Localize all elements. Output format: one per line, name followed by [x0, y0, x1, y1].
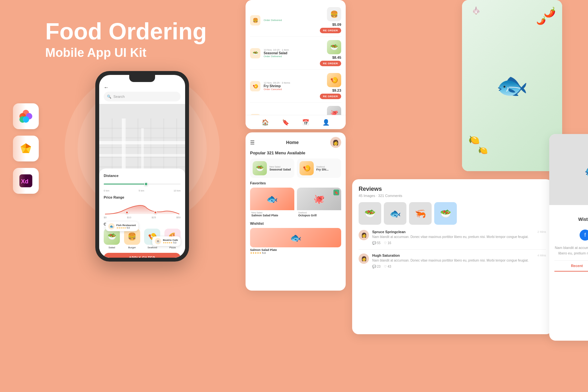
comment-count-2[interactable]: 💬 23	[372, 265, 381, 268]
review-thumb-4[interactable]: 🥗	[434, 202, 457, 225]
home-menu-icon[interactable]: ☰	[250, 139, 255, 146]
phone-mockup: ← 🔍 Search	[95, 71, 189, 262]
cat-label-burger: Burger	[128, 246, 136, 249]
phone-screen: ← 🔍 Search	[99, 75, 185, 258]
menu-category-salad: New Salad	[269, 166, 291, 168]
menu-card-img-salad: 🥗	[253, 161, 267, 175]
price-q3: $25	[152, 216, 156, 219]
profile-panel: 🐟 👩 Wisteria Ravenclaw Food Maker f 🐦 📷 …	[549, 134, 588, 341]
order-name-1: Seasonal Salad	[264, 51, 317, 55]
facebook-icon[interactable]: f	[580, 230, 588, 241]
home-header: ☰ Home 👩	[246, 132, 346, 150]
pin-icon: 🐟	[108, 223, 115, 230]
nav-bookmark-icon[interactable]: 🔖	[282, 119, 289, 126]
profile-tab-recent[interactable]: Recent	[554, 261, 588, 272]
map-area: Distance 0 km 5 km 10 km Price Range	[99, 104, 185, 258]
comment-count-1[interactable]: 💬 55	[372, 241, 381, 245]
order-item-0: 🍔 Order Delivered 🍔 $5.09 RE ORDER	[250, 4, 341, 37]
price-max: $50	[176, 216, 181, 219]
price-thumb-left[interactable]	[125, 211, 129, 214]
reviewer-text-1: Nam blandit at accumsan. Donec vitae max…	[372, 235, 546, 239]
reviewer-avatar-1: 👩	[359, 230, 369, 240]
wishlist-img: 🐟	[250, 228, 341, 247]
price-label: Price Range	[104, 195, 181, 199]
cat-label-salad: Salad	[109, 246, 115, 249]
menu-category-shrimp: Seafood	[316, 166, 329, 168]
xd-icon-box: Xd	[13, 168, 39, 194]
reviewer-actions-1: 💬 55 ♡ 16	[372, 241, 546, 245]
home-popular-subtitle: Popular 321 Menu Available	[246, 150, 346, 159]
reorder-btn-0[interactable]: RE ORDER	[320, 28, 341, 33]
fav-name-salmon: Salmon Salad Plate	[251, 214, 293, 217]
order-img-2: 🍤	[327, 73, 341, 87]
fav-img-salmon: 🐟	[250, 188, 294, 210]
like-count-2[interactable]: ♡ 43	[384, 265, 391, 268]
order-price-2: $9.23	[332, 88, 341, 92]
fav-info-salmon: New Salad Salmon Salad Plate	[250, 210, 294, 218]
reviews-panel: Reviews 45 Images · 321 Comments 🥗 🐟 🦐 🥗…	[352, 179, 552, 334]
profile-avatar-area: 👩 Wisteria Ravenclaw Food Maker f 🐦 📷	[549, 195, 588, 241]
seafood-hero-image: 🐟 🌶️ 🌶️ 🍋 🍋 🧄	[462, 0, 562, 171]
category-burger[interactable]: 🍔 Burger	[124, 229, 140, 249]
map-pin-beatrix-cafe[interactable]: ☕ Beatrix Cafe ★★★★★ 5.0	[152, 236, 181, 246]
fav-card-octopus[interactable]: 🐙 🔖 Seafood Octopus Grill	[297, 188, 341, 218]
app-title: Food Ordering	[45, 19, 207, 44]
pin-icon-2: ☕	[155, 238, 161, 244]
seafood-panel: 🐟 🌶️ 🌶️ 🍋 🍋 🧄	[462, 0, 562, 171]
order-right-2: 🍤 $9.23 RE ORDER	[320, 73, 341, 99]
svg-rect-27	[141, 128, 144, 170]
fav-card-salmon[interactable]: 🐟 New Salad Salmon Salad Plate	[250, 188, 294, 218]
svg-text:Xd: Xd	[21, 178, 28, 185]
home-menu-grid: 🥗 New Salad Seasonal Salad 🍤 Seafood Fry…	[246, 159, 346, 178]
reorder-btn-2[interactable]: RE ORDER	[320, 94, 341, 99]
distance-label: Distance	[104, 174, 181, 178]
nav-profile-icon[interactable]: 👤	[322, 119, 330, 126]
reorder-btn-1[interactable]: RE ORDER	[320, 61, 341, 66]
order-name-2: Fry Shrimp	[264, 84, 317, 88]
svg-rect-28	[99, 154, 185, 157]
price-labels: $0 $10 $25 $50	[104, 216, 181, 219]
apply-filter-button[interactable]: APPLY FILTER	[104, 253, 181, 258]
menu-card-info-shrimp: Seafood Fry Shi...	[316, 166, 329, 171]
order-right-1: 🥗 $8.45 RE ORDER	[320, 40, 341, 66]
profile-socials: f 🐦 📷	[580, 230, 588, 241]
order-icon-1: 🥗	[250, 48, 260, 58]
review-thumb-1[interactable]: 🥗	[359, 202, 381, 225]
price-thumb-right[interactable]	[154, 211, 157, 214]
figma-icon-box	[13, 103, 39, 129]
order-date-1: 13 Nov, 10:15 · 1 Item	[264, 48, 317, 51]
order-nav-bar: 🏠 🔖 📅 👤	[246, 115, 346, 129]
review-thumb-2[interactable]: 🐟	[384, 202, 406, 225]
order-history-panel: 🍔 Order Delivered 🍔 $5.09 RE ORDER 🥗 13 …	[246, 0, 346, 129]
reviewer-name-1: Spruce Springclean	[372, 230, 405, 234]
category-salad[interactable]: 🥗 Salad	[104, 229, 120, 249]
sketch-icon-box	[13, 136, 39, 161]
pin-name: Fish Restaurant	[116, 224, 136, 227]
map-pin-fish-restaurant[interactable]: 🐟 Fish Restaurant ★★★★★ 5.0	[106, 222, 138, 231]
pin-info: Fish Restaurant ★★★★★ 5.0	[116, 224, 136, 229]
order-icon-2: 🍤	[250, 81, 260, 91]
review-thumb-3[interactable]: 🦐	[409, 202, 432, 225]
nav-calendar-icon[interactable]: 📅	[302, 119, 309, 126]
reviewer-info-2: Hugh Saturation 4 Mins Nam blandit at ac…	[372, 253, 546, 268]
tool-icons-list: Xd	[13, 103, 39, 194]
review-item-1: 👩 Spruce Springclean 2 Mins Nam blandit …	[359, 230, 546, 245]
reviews-title: Reviews	[359, 186, 546, 192]
distance-slider[interactable]	[104, 180, 181, 188]
nav-home-icon[interactable]: 🏠	[262, 119, 269, 126]
home-avatar: 👩	[330, 137, 341, 148]
back-button[interactable]: ←	[104, 85, 109, 90]
menu-name-shrimp: Fry Shi...	[316, 168, 329, 171]
search-bar[interactable]: 🔍 Search	[104, 92, 181, 101]
fav-bookmark-icon: 🔖	[333, 190, 339, 195]
reviewer-name-2: Hugh Saturation	[372, 253, 400, 257]
order-price-1: $8.45	[332, 56, 341, 59]
menu-card-salad[interactable]: 🥗 New Salad Seasonal Salad	[250, 159, 294, 178]
order-status-2: Order Canceled	[264, 88, 317, 91]
reviewer-actions-2: 💬 23 ♡ 43	[372, 265, 546, 268]
pin-name-2: Beatrix Cafe	[163, 239, 178, 242]
fav-info-octopus: Seafood Octopus Grill	[297, 210, 341, 218]
menu-card-shrimp[interactable]: 🍤 Seafood Fry Shi...	[297, 159, 341, 178]
review-images-row: 🥗 🐟 🦐 🥗	[359, 202, 546, 225]
like-count-1[interactable]: ♡ 16	[384, 241, 391, 245]
